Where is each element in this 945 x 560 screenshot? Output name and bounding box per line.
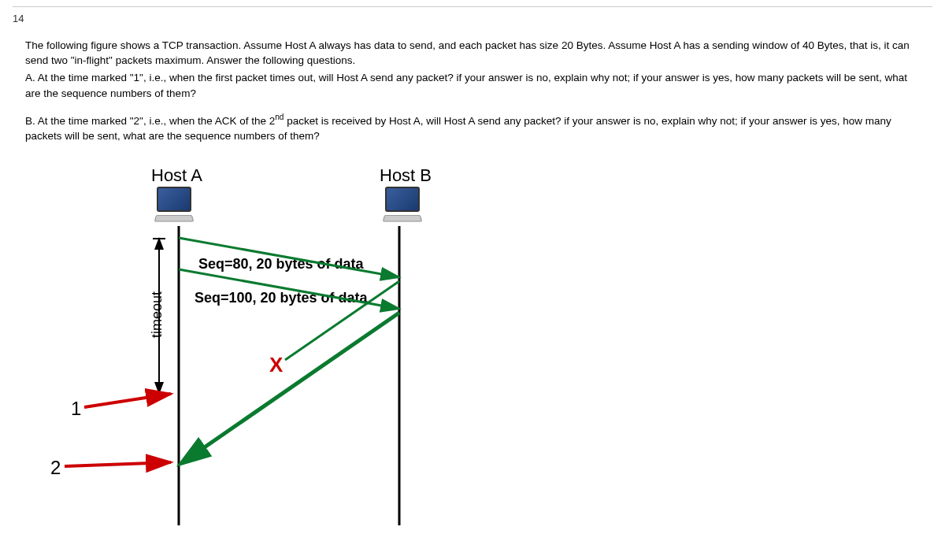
question-part-b: B. At the time marked "2", i.e., when th…	[25, 112, 920, 144]
svg-line-5	[183, 313, 399, 462]
question-body: The following figure shows a TCP transac…	[13, 38, 932, 541]
part-b-sup: nd	[275, 113, 284, 121]
question-number: 14	[13, 12, 932, 27]
question-part-a: A. At the time marked "1", i.e., when th…	[25, 70, 920, 101]
svg-line-10	[65, 462, 171, 466]
tcp-diagram: Host A Host B Seq=80, 20 bytes of data S…	[41, 163, 482, 541]
diagram-svg	[41, 163, 482, 541]
svg-line-9	[84, 394, 171, 407]
question-intro: The following figure shows a TCP transac…	[25, 38, 920, 69]
svg-line-4	[285, 281, 399, 360]
svg-line-2	[179, 238, 399, 277]
part-b-prefix: B. At the time marked "2", i.e., when th…	[25, 115, 275, 127]
